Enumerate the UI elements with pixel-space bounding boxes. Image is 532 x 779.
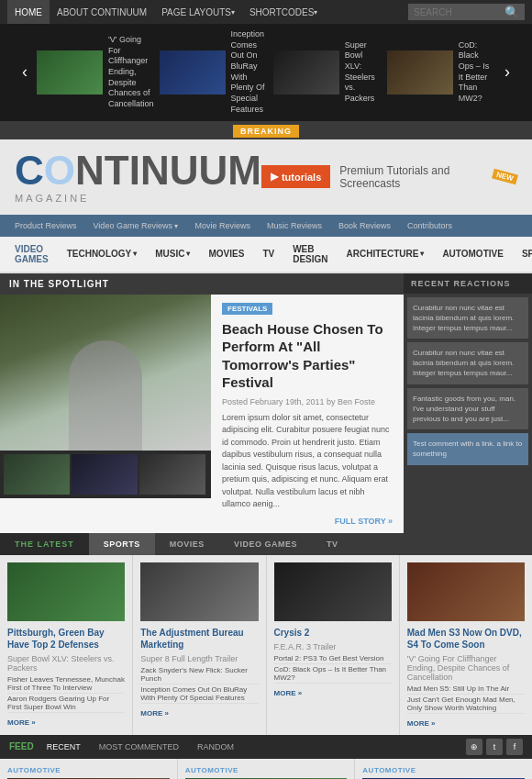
carousel-prev-arrow[interactable]: ‹ [18,62,31,82]
tab-video-games[interactable]: VIDEO GAMES [219,533,312,555]
latest-col-3: Mad Men S3 Now On DVD, S4 To Come Soon '… [400,555,532,735]
feed-col-0: AUTOMOTIVE [0,759,178,780]
logo-magazine: MAGAZINE [15,193,261,204]
top-navigation[interactable]: HOME ABOUT CONTINUUM PAGE LAYOUTS ▾ SHOR… [0,0,532,24]
thumb-3[interactable] [139,454,205,495]
carousel-next-arrow[interactable]: › [501,62,514,82]
carousel-thumb-1 [160,50,226,95]
spotlight-main-image [0,295,211,451]
main-navigation[interactable]: Video Games Technology ▾ Music ▾ Movies … [0,237,532,273]
latest-item-2-1[interactable]: CoD: Black Ops – Is It Better Than MW2? [274,664,392,684]
tutorials-label: tutorials [282,172,321,183]
latest-col-0: Pittsburgh, Green Bay Have Top 2 Defense… [0,555,133,735]
mainnav-sports[interactable]: Sports ▾ [513,241,532,266]
mainnav-web-design[interactable]: Web Design [283,237,337,272]
feed-tab-random[interactable]: RANDOM [192,740,239,753]
latest-col-2: Crysis 2 F.E.A.R. 3 Trailer Portal 2: PS… [267,555,400,735]
carousel-item[interactable]: CoD: Black Ops – Is It Better Than MW2? [387,29,495,116]
nav-item-layouts[interactable]: PAGE LAYOUTS ▾ [154,0,242,24]
subnav-contributors[interactable]: Contributors [400,218,460,233]
mainnav-tv[interactable]: TV [253,241,283,266]
thumb-1[interactable] [4,454,70,495]
latest-item-3-0[interactable]: Mad Men S5: Still Up In The Air [407,684,525,695]
latest-title-0[interactable]: Pittsburgh, Green Bay Have Top 2 Defense… [7,627,125,651]
latest-tabs[interactable]: THE LATEST SPORTS MOVIES VIDEO GAMES TV [0,533,532,555]
nav-item-about[interactable]: ABOUT CONTINUUM [50,0,154,24]
spotlight-header: IN THE SPOTLIGHT [0,273,404,295]
reaction-item-2: Fantastic goods from you, man. I've unde… [407,388,528,430]
latest-item-1-0[interactable]: Zack Snyder's New Flick: Sucker Punch [140,665,258,684]
facebook-icon[interactable]: f [506,739,523,755]
thumb-2[interactable] [72,454,138,495]
latest-item-2-0[interactable]: Portal 2: PS3 To Get Best Version [274,653,392,664]
nav-item-home[interactable]: HOME [7,0,50,24]
latest-item-0-1[interactable]: Aaron Rodgers Gearing Up For First Super… [7,694,125,713]
breaking-label: BREAKING [233,125,299,138]
carousel-thumb-3 [387,50,453,95]
full-story-link[interactable]: FULL STORY » [222,517,393,526]
carousel: ‹ 'V' Going For Cliffhanger Ending, Desp… [0,24,532,121]
twitter-icon[interactable]: t [486,739,503,755]
spotlight-title[interactable]: Beach House Chosen To Perform At "All To… [222,320,393,392]
subnav-video-game-reviews[interactable]: Video Game Reviews ▾ [86,218,186,233]
carousel-item[interactable]: 'V' Going For Cliffhanger Ending, Despit… [37,29,154,116]
carousel-caption-1: Inception Comes Out On BluRay With Plent… [231,29,268,116]
mainnav-video-games[interactable]: Video Games [6,237,58,272]
latest-item-3-1[interactable]: Just Can't Get Enough Mad Men, Only Show… [407,695,525,714]
latest-thumb-2 [274,562,392,621]
search-button[interactable]: 🔍 [500,4,525,20]
subnav-product-reviews[interactable]: Product Reviews [7,218,84,233]
carousel-thumb-0 [37,50,103,95]
tutorials-badge[interactable]: ▶ tutorials [261,165,330,188]
tab-sports[interactable]: SPORTS [89,533,155,555]
reaction-item-0: Curabitur non nunc vitae est lacinia bib… [407,297,528,339]
tab-movies[interactable]: MOVIES [155,533,219,555]
latest-item-1-1[interactable]: Inception Comes Out On BluRay With Plent… [140,684,258,704]
logo-rest: NTINUUM [75,150,261,191]
more-link-0[interactable]: MORE » [7,718,125,727]
logo-co: CO [15,150,75,191]
reactions-section: RECENT REACTIONS Curabitur non nunc vita… [404,273,532,533]
latest-title-2[interactable]: Crysis 2 [274,627,392,639]
carousel-caption-2: Super Bowl XLV: Steelers vs. Packers [345,40,382,105]
subnav-book-reviews[interactable]: Book Reviews [331,218,398,233]
carousel-caption-0: 'V' Going For Cliffhanger Ending, Despit… [108,35,154,110]
mainnav-technology[interactable]: Technology ▾ [58,241,147,266]
carousel-item[interactable]: Inception Comes Out On BluRay With Plent… [160,29,268,116]
breaking-bar: BREAKING [0,121,532,139]
play-icon: ▶ [271,171,278,183]
spotlight-section: IN THE SPOTLIGHT [0,273,532,533]
mainnav-movies[interactable]: Movies [199,241,253,266]
nav-item-shortcodes[interactable]: SHORTCODES ▾ [242,0,325,24]
mainnav-architecture[interactable]: Architecture ▾ [338,241,434,266]
latest-thumb-0 [7,562,125,621]
more-link-2[interactable]: MORE » [274,689,392,697]
carousel-item[interactable]: Super Bowl XLV: Steelers vs. Packers [273,29,382,116]
rss-icon[interactable]: ⊕ [466,739,482,755]
mainnav-music[interactable]: Music ▾ [146,241,199,266]
latest-thumb-1 [140,562,258,621]
feed-tab-most-commented[interactable]: MOST COMMENTED [94,740,184,753]
feed-label: FEED [9,741,34,751]
subnav-movie-reviews[interactable]: Movie Reviews [187,218,258,233]
latest-item-0-0[interactable]: Fisher Leaves Tennessee, Munchak First o… [7,674,125,694]
feed-tab-recent[interactable]: RECENT [41,740,86,753]
new-badge: NEW [492,169,518,185]
spotlight-meta: Posted February 19th, 2011 by Ben Foste [222,397,393,406]
sub-navigation[interactable]: Product Reviews Video Game Reviews ▾ Mov… [0,215,532,237]
feed-header[interactable]: FEED RECENT MOST COMMENTED RANDOM ⊕ t f [0,735,532,759]
latest-sub-2: F.E.A.R. 3 Trailer [274,642,392,651]
latest-title-3[interactable]: Mad Men S3 Now On DVD, S4 To Come Soon [407,627,525,651]
subnav-music-reviews[interactable]: Music Reviews [260,218,329,233]
reactions-header: RECENT REACTIONS [404,273,532,294]
latest-section: THE LATEST SPORTS MOVIES VIDEO GAMES TV … [0,533,532,735]
spotlight-body: Lorem ipsum dolor sit amet, consectetur … [222,412,393,511]
tab-tv[interactable]: TV [312,533,353,555]
search-input[interactable] [408,4,500,20]
more-link-3[interactable]: MORE » [407,719,525,728]
feed-col-2: AUTOMOTIVE [355,759,532,780]
latest-sub-3: 'V' Going For Cliffhanger Ending, Despit… [407,654,525,682]
latest-title-1[interactable]: The Adjustment Bureau Marketing [140,627,258,651]
more-link-1[interactable]: MORE » [140,709,258,718]
mainnav-automotive[interactable]: Automotive [433,241,512,266]
